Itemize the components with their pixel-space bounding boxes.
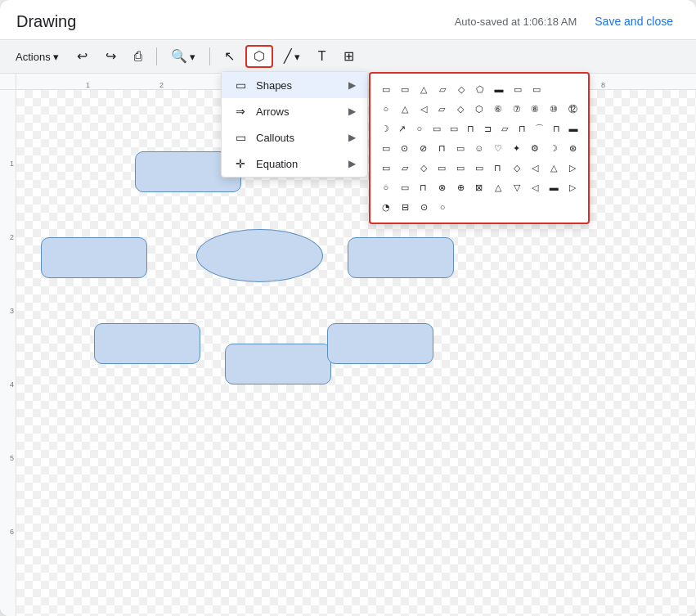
shape-t2[interactable]: ⊟ (396, 198, 414, 216)
drawn-shape-5[interactable] (94, 323, 200, 364)
menu-item-equation[interactable]: ✛ Equation ▶ (222, 151, 367, 177)
shape-s4[interactable]: ⊗ (433, 178, 451, 196)
redo-icon: ↪ (106, 50, 116, 63)
shape-s1[interactable]: ○ (377, 178, 395, 196)
shape-sun[interactable]: ⊛ (564, 139, 581, 157)
shape-diamond2[interactable]: ◇ (451, 100, 469, 118)
zoom-button[interactable]: 🔍 ▾ (164, 46, 203, 67)
drawn-shape-4[interactable] (348, 237, 454, 278)
line-button[interactable]: ╱ ▾ (276, 46, 308, 67)
shape-r8[interactable]: ◇ (508, 159, 526, 177)
shape-r5[interactable]: ▭ (451, 159, 469, 177)
print-button[interactable]: ⎙ (127, 46, 150, 67)
shape-rect3[interactable]: ▭ (509, 80, 527, 98)
shapes-row-7: ◔ ⊟ ⊙ ○ (377, 198, 581, 216)
equation-menu-label: Equation (256, 158, 298, 170)
shape-crescent[interactable]: ☽ (377, 119, 393, 137)
shape-t1[interactable]: ◔ (377, 198, 395, 216)
shape-r1[interactable]: ▭ (377, 159, 395, 177)
shape-r11[interactable]: ▷ (564, 159, 581, 177)
zoom-icon: 🔍 (171, 50, 187, 63)
shape-s2[interactable]: ▭ (396, 178, 414, 196)
drawn-shape-6[interactable] (225, 344, 331, 384)
shape-s11[interactable]: ▷ (564, 178, 581, 196)
shape-tri2[interactable]: △ (396, 100, 414, 118)
shape-num10[interactable]: ⑩ (545, 100, 563, 118)
shape-s3[interactable]: ⊓ (415, 178, 433, 196)
shape-target[interactable]: ⊙ (396, 139, 414, 157)
shape-r9[interactable]: ◁ (527, 159, 545, 177)
shape-r7[interactable]: ⊓ (489, 159, 507, 177)
shape-tab[interactable]: ▱ (496, 119, 513, 137)
shape-right-tri[interactable]: ◁ (415, 100, 433, 118)
shape-rect[interactable]: ▭ (377, 80, 395, 98)
actions-button[interactable]: Actions ▾ (8, 47, 66, 67)
drawn-shape-7[interactable] (327, 323, 433, 364)
shape-chord[interactable]: ⌒ (531, 119, 547, 137)
ruler-corner (0, 74, 16, 90)
shape-sq2[interactable]: ▭ (377, 139, 395, 157)
shape-r10[interactable]: △ (545, 159, 563, 177)
shape-round-rect2[interactable]: ▭ (429, 119, 445, 137)
shape-curve[interactable]: ↗ (394, 119, 411, 137)
shape-s9[interactable]: ◁ (527, 178, 545, 196)
undo-button[interactable]: ↩ (70, 46, 95, 67)
redo-button[interactable]: ↪ (98, 46, 123, 67)
shape-num7[interactable]: ⑦ (508, 100, 526, 118)
menu-item-shapes[interactable]: ▭ Shapes ▶ ▭ ▭ △ ▱ ◇ ⬠ (222, 72, 367, 98)
shape-sq-snip[interactable]: ▭ (446, 119, 462, 137)
shape-cyl[interactable]: ▭ (451, 139, 469, 157)
shape-smiley[interactable]: ☺ (470, 139, 488, 157)
shape-rounded-rect[interactable]: ▭ (396, 80, 414, 98)
shapes-row-4: ▭ ⊙ ⊘ ⊓ ▭ ☺ ♡ ✦ ⚙ ☽ ⊛ (377, 139, 581, 157)
shape-bar[interactable]: ▬ (565, 119, 581, 137)
shape-no[interactable]: ⊘ (415, 139, 433, 157)
shape-brace[interactable]: ⊓ (548, 119, 564, 137)
shape-r2[interactable]: ▱ (396, 159, 414, 177)
shape-star4[interactable]: ✦ (508, 139, 526, 157)
shape-r4[interactable]: ▭ (433, 159, 451, 177)
drawn-shape-2[interactable] (41, 237, 147, 278)
shape-frame[interactable]: ⊓ (463, 119, 479, 137)
shape-oval[interactable]: ○ (411, 119, 428, 137)
shape-snip[interactable]: ▭ (528, 80, 546, 98)
menu-item-arrows[interactable]: ⇒ Arrows ▶ (222, 98, 367, 124)
shape-t3[interactable]: ⊙ (415, 198, 433, 216)
shape-r3[interactable]: ◇ (415, 159, 433, 177)
shape-s10[interactable]: ▬ (545, 178, 563, 196)
menu-item-callouts[interactable]: ▭ Callouts ▶ (222, 124, 367, 151)
shape-s7[interactable]: △ (489, 178, 507, 196)
shape-pentagon[interactable]: ⬠ (471, 80, 489, 98)
equation-menu-icon: ✛ (233, 157, 248, 170)
image-button[interactable]: ⊞ (336, 46, 361, 67)
ruler-mark-left-4: 4 (10, 380, 14, 389)
shape-num12[interactable]: ⑫ (564, 100, 581, 118)
shape-triangle[interactable]: △ (415, 80, 433, 98)
shape-hex[interactable]: ⬡ (470, 100, 488, 118)
shapes-submenu: ▭ ▭ △ ▱ ◇ ⬠ ▬ ▭ ▭ ○ △ (369, 72, 590, 224)
shape-s6[interactable]: ⊠ (470, 178, 488, 196)
shape-moon[interactable]: ☽ (545, 139, 563, 157)
shape-diamond[interactable]: ◇ (452, 80, 470, 98)
shape-cube[interactable]: ⊓ (433, 139, 451, 157)
shape-rect2[interactable]: ▬ (490, 80, 508, 98)
text-button[interactable]: T (311, 46, 334, 67)
select-button[interactable]: ↖ (217, 46, 242, 67)
shape-L[interactable]: ⊐ (480, 119, 496, 137)
shapes-button[interactable]: ⬡ (245, 45, 273, 68)
shape-parallelogram[interactable]: ▱ (433, 80, 451, 98)
shape-s8[interactable]: ▽ (508, 178, 526, 196)
drawn-shape-3[interactable] (196, 229, 323, 282)
shape-r6[interactable]: ▭ (470, 159, 488, 177)
shape-s5[interactable]: ⊕ (451, 178, 469, 196)
shape-gear[interactable]: ⚙ (527, 139, 545, 157)
equation-chevron-icon: ▶ (348, 158, 356, 169)
shape-para2[interactable]: ▱ (433, 100, 451, 118)
shape-num6[interactable]: ⑥ (489, 100, 507, 118)
shape-bracket[interactable]: ⊓ (514, 119, 530, 137)
shape-num8[interactable]: ⑧ (527, 100, 545, 118)
shape-t4[interactable]: ○ (433, 198, 451, 216)
save-close-button[interactable]: Save and close (588, 11, 680, 31)
shape-heart[interactable]: ♡ (489, 139, 507, 157)
shape-circle[interactable]: ○ (377, 100, 395, 118)
